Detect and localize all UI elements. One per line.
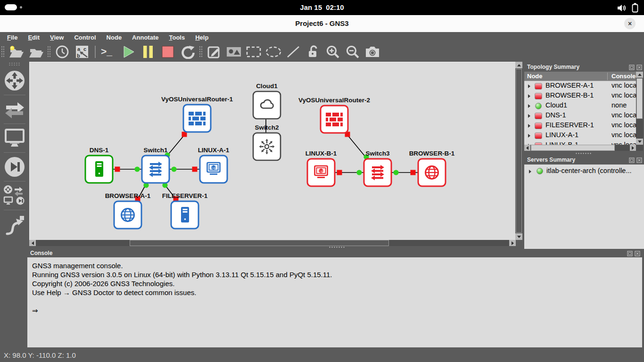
menu-annotate[interactable]: Annotate — [127, 32, 164, 43]
node-label: Switch2 — [255, 124, 279, 131]
menu-help[interactable]: Help — [190, 32, 214, 43]
snapshot-icon[interactable] — [54, 44, 71, 60]
toolbar-grip[interactable] — [47, 46, 51, 58]
menu-view[interactable]: View — [45, 32, 69, 43]
topology-summary-header[interactable]: Topology Summary — [524, 63, 644, 72]
node-label: FILESERVER-1 — [162, 192, 208, 199]
sidebar-separator — [4, 181, 25, 181]
menu-file[interactable]: File — [2, 32, 23, 43]
topology-node-BROWSER-A-1[interactable] — [114, 201, 141, 229]
console-line: Copyright (c) 2006-2026 GNS3 Technologie… — [32, 279, 637, 288]
interface-labels-icon[interactable]: acb — [74, 44, 91, 60]
topology-row-LINUX-A-1[interactable]: LINUX-A-1vnc loca — [524, 131, 636, 140]
window-title-bar: Project6 - GNS3 — [0, 15, 644, 32]
battery-icon[interactable] — [632, 3, 638, 15]
node-console-value: none — [611, 101, 636, 109]
screenshot-icon[interactable] — [364, 44, 381, 60]
sidebar-separator — [4, 152, 25, 153]
panel-splitter-handle[interactable] — [575, 152, 591, 155]
open-project-icon[interactable] — [27, 44, 44, 60]
table-vertical-scrollbar[interactable] — [636, 72, 643, 145]
window-close-button[interactable]: × — [624, 18, 636, 29]
expand-arrow-icon[interactable] — [529, 170, 531, 173]
column-node[interactable]: Node — [527, 72, 543, 81]
zoom-in-icon[interactable] — [324, 44, 341, 60]
link-status-stopped — [115, 167, 120, 172]
topology-summary-table: Node Console BROWSER-A-1vnc locaBROWSER-… — [524, 72, 643, 151]
new-project-icon[interactable] — [8, 44, 25, 60]
menu-node[interactable]: Node — [101, 32, 127, 43]
menu-edit[interactable]: Edit — [23, 32, 45, 43]
topology-row-BROWSER-A-1[interactable]: BROWSER-A-1vnc loca — [524, 81, 636, 91]
topology-node-FILESERVER-1[interactable] — [171, 201, 198, 229]
topology-canvas[interactable]: VyOSUniversalRouter-1 Cloud1 Switch2 VyO… — [29, 62, 516, 240]
topology-row-LINUX-B-1[interactable]: LINUX-B-1vnc loca — [524, 140, 636, 145]
table-header[interactable]: Node Console — [524, 72, 643, 81]
expand-arrow-icon[interactable] — [528, 94, 530, 98]
topology-link[interactable] — [347, 134, 366, 158]
reload-icon[interactable] — [179, 44, 196, 60]
topology-node-BROWSER-B-1[interactable] — [418, 159, 446, 186]
expand-arrow-icon[interactable] — [528, 114, 530, 118]
topology-node-VyOSUniversalRouter-2[interactable] — [321, 106, 348, 133]
main-toolbar: acb >_ — [0, 43, 644, 61]
server-name: itlab-center-arch (controlle... — [546, 167, 632, 174]
expand-arrow-icon[interactable] — [528, 134, 530, 138]
window-title: Project6 - GNS3 — [0, 15, 644, 32]
lock-items-icon[interactable] — [305, 44, 322, 60]
topology-link[interactable] — [167, 134, 185, 156]
topology-node-VyOSUniversalRouter-1[interactable] — [183, 105, 211, 132]
suspend-icon[interactable] — [140, 44, 157, 60]
insert-image-icon[interactable] — [225, 44, 242, 60]
server-row[interactable]: itlab-center-arch (controlle... — [524, 166, 644, 177]
browse-end-devices-icon[interactable] — [0, 125, 29, 151]
topology-node-LINUX-B-1[interactable] — [307, 159, 335, 186]
console-connect-icon[interactable]: >_ — [100, 44, 117, 60]
browse-security-devices-icon[interactable] — [0, 154, 29, 180]
node-status-led — [535, 132, 542, 139]
topology-row-BROWSER-B-1[interactable]: BROWSER-B-1vnc loca — [524, 91, 636, 101]
table-horizontal-scrollbar[interactable] — [524, 145, 643, 151]
canvas-horizontal-scrollbar[interactable] — [29, 240, 516, 246]
console-output[interactable]: GNS3 management console.Running GNS3 ver… — [27, 257, 642, 347]
volume-icon[interactable] — [617, 4, 626, 14]
draw-rectangle-icon[interactable] — [245, 44, 262, 60]
expand-arrow-icon[interactable] — [528, 124, 530, 128]
menu-tools[interactable]: Tools — [164, 32, 190, 43]
topology-row-FILESERVER-1[interactable]: FILESERVER-1vnc loca — [524, 121, 636, 131]
toolbar-grip[interactable] — [1, 46, 5, 58]
draw-line-icon[interactable] — [285, 44, 302, 60]
topology-row-DNS-1[interactable]: DNS-1vnc loca — [524, 111, 636, 121]
browse-all-devices-icon[interactable] — [0, 182, 29, 209]
topology-summary-rows: BROWSER-A-1vnc locaBROWSER-B-1vnc locaCl… — [524, 81, 636, 145]
topology-node-LINUX-A-1[interactable] — [200, 156, 227, 183]
start-icon[interactable] — [120, 44, 137, 60]
topology-node-DNS-1[interactable] — [85, 156, 113, 183]
sidebar-grip[interactable] — [8, 62, 21, 66]
link-status-started — [356, 170, 362, 175]
console-panel-title: Console — [30, 250, 52, 256]
toolbar-grip[interactable] — [199, 46, 203, 58]
column-console[interactable]: Console — [611, 72, 636, 81]
expand-arrow-icon[interactable] — [528, 84, 530, 88]
node-status-led — [535, 93, 542, 99]
stop-icon[interactable] — [159, 44, 176, 60]
menu-control[interactable]: Control — [69, 32, 101, 43]
console-panel-header[interactable]: Console — [27, 249, 642, 257]
add-note-icon[interactable] — [206, 44, 223, 60]
topology-row-Cloud1[interactable]: Cloud1none — [524, 101, 636, 111]
add-link-icon[interactable] — [0, 211, 29, 238]
topology-node-Switch2[interactable] — [253, 133, 281, 160]
topology-node-Switch3[interactable] — [364, 159, 391, 186]
canvas-vertical-scrollbar[interactable] — [515, 62, 522, 240]
servers-summary-header[interactable]: Servers Summary — [524, 156, 644, 165]
zoom-out-icon[interactable] — [344, 44, 361, 60]
draw-ellipse-icon[interactable] — [265, 44, 282, 60]
browse-routers-icon[interactable] — [0, 67, 29, 94]
sidebar-separator — [4, 210, 25, 210]
expand-arrow-icon[interactable] — [528, 104, 530, 108]
node-console-value: vnc loca — [611, 82, 636, 89]
topology-node-Cloud1[interactable] — [253, 91, 281, 119]
browse-switches-icon[interactable] — [0, 96, 29, 123]
topology-node-Switch1[interactable] — [142, 156, 169, 183]
